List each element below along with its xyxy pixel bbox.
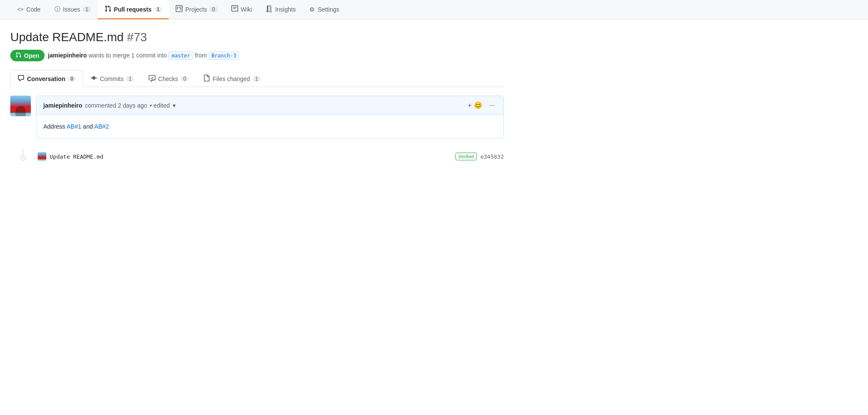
conversation-icon: [18, 75, 24, 83]
nav-projects-label: Projects: [185, 6, 207, 13]
commit-dot: [21, 156, 26, 161]
tab-files-changed[interactable]: Files changed 1: [196, 70, 268, 87]
checks-badge: 0: [181, 76, 189, 82]
base-branch[interactable]: master: [168, 51, 193, 60]
commits-icon: [90, 75, 97, 83]
tab-files-changed-label: Files changed: [213, 75, 250, 82]
comment-header-left: jamiepinheiro commented 2 days ago • edi…: [43, 102, 176, 109]
nav-insights-label: Insights: [275, 6, 296, 13]
comment-body: Address AB#1 and AB#2: [36, 115, 503, 138]
tab-conversation-label: Conversation: [27, 75, 65, 82]
nav-settings-label: Settings: [317, 6, 339, 13]
timeline-line-top: [23, 149, 24, 156]
commit-row: Update README.md Verified e345832: [38, 149, 504, 164]
comment-header-right: + 😊 ···: [466, 100, 497, 110]
pr-number: #73: [127, 30, 147, 44]
head-branch[interactable]: Branch-3: [209, 51, 239, 60]
status-label: Open: [24, 52, 39, 59]
checks-icon: [149, 75, 156, 83]
commit-row-right: Verified e345832: [455, 153, 504, 160]
nav-code-label: Code: [26, 6, 40, 13]
avatar: [10, 96, 31, 116]
pr-status-row: Open jamiepinheiro wants to merge 1 comm…: [10, 50, 504, 61]
commit-hash[interactable]: e345832: [480, 153, 504, 160]
comment-author[interactable]: jamiepinheiro: [43, 102, 82, 109]
conversation-badge: 0: [68, 76, 76, 82]
pr-meta: jamiepinheiro wants to merge 1 commit in…: [48, 51, 239, 60]
status-badge: Open: [10, 50, 45, 61]
commit-author-avatar: [38, 152, 46, 161]
wiki-icon: [231, 5, 238, 13]
pr-title: Update README.md #73: [10, 30, 504, 45]
files-changed-icon: [203, 75, 210, 83]
pr-tabs: Conversation 0 Commits 1 Checks 0: [10, 70, 504, 87]
comment-section: jamiepinheiro commented 2 days ago • edi…: [10, 96, 504, 138]
comment-body-prefix: Address: [43, 123, 66, 130]
comment-header: jamiepinheiro commented 2 days ago • edi…: [36, 96, 503, 115]
settings-icon: ⚙: [309, 6, 315, 13]
tab-checks-label: Checks: [158, 75, 178, 82]
nav-issues[interactable]: ⓘ Issues 1: [48, 0, 98, 19]
comment-link-2[interactable]: AB#2: [94, 123, 109, 130]
commit-message[interactable]: Update README.md: [50, 153, 103, 160]
edited-dropdown[interactable]: ▾: [173, 102, 176, 109]
issues-badge: 1: [83, 6, 91, 12]
code-icon: <>: [17, 6, 24, 12]
insights-icon: [266, 5, 272, 13]
pr-author[interactable]: jamiepinheiro: [48, 52, 87, 59]
more-options-button[interactable]: ···: [488, 101, 497, 110]
commit-timeline: Update README.md Verified e345832: [10, 149, 504, 164]
status-icon: [15, 51, 21, 60]
files-changed-badge: 1: [253, 76, 261, 82]
timeline-connector: [10, 149, 36, 164]
commits-badge: 1: [126, 76, 134, 82]
comment-link-1[interactable]: AB#1: [66, 123, 81, 130]
nav-settings[interactable]: ⚙ Settings: [302, 1, 346, 19]
tab-conversation[interactable]: Conversation 0: [10, 70, 83, 87]
commit-row-left: Update README.md: [38, 152, 103, 161]
pr-description: wants to merge 1 commit into: [89, 52, 169, 59]
projects-icon: [176, 5, 183, 13]
projects-badge: 0: [210, 6, 218, 12]
comment-timestamp: commented 2 days ago: [85, 102, 147, 109]
nav-pull-requests[interactable]: Pull requests 1: [98, 0, 169, 19]
nav-wiki-label: Wiki: [241, 6, 252, 13]
from-label: from: [195, 52, 209, 59]
comment-body-middle: and: [81, 123, 94, 130]
main-content: Update README.md #73 Open jamiepinheiro …: [0, 19, 514, 164]
tab-checks[interactable]: Checks 0: [141, 70, 196, 87]
issues-icon: ⓘ: [54, 6, 60, 13]
tab-commits-label: Commits: [100, 75, 123, 82]
tab-commits[interactable]: Commits 1: [83, 70, 141, 87]
nav-wiki[interactable]: Wiki: [224, 0, 259, 19]
comment-edited: • edited: [150, 102, 170, 109]
verified-badge: Verified: [455, 153, 477, 160]
add-reaction-button[interactable]: + 😊: [466, 100, 484, 110]
pull-requests-icon: [105, 5, 111, 13]
comment-box: jamiepinheiro commented 2 days ago • edi…: [36, 96, 504, 138]
pr-title-text: Update README.md: [10, 30, 124, 44]
nav-code[interactable]: <> Code: [10, 1, 48, 19]
nav-insights[interactable]: Insights: [259, 0, 302, 19]
repo-navigation: <> Code ⓘ Issues 1 Pull requests 1 Proje…: [0, 0, 868, 19]
nav-issues-label: Issues: [63, 6, 80, 13]
pull-requests-badge: 1: [154, 6, 162, 12]
nav-pull-requests-label: Pull requests: [114, 6, 152, 13]
nav-projects[interactable]: Projects 0: [169, 0, 224, 19]
